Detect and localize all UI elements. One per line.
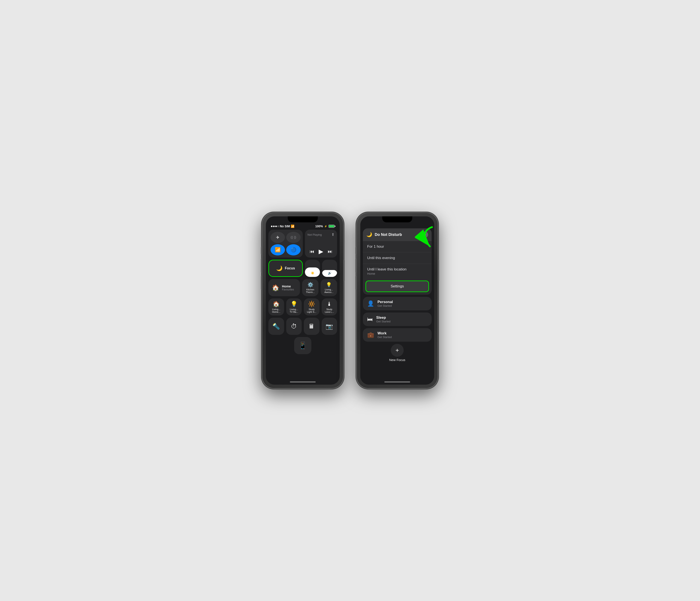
signal-dots <box>271 226 279 227</box>
living-label: Living...Aweso... <box>324 288 333 293</box>
power-button-2[interactable] <box>438 260 439 281</box>
bluetooth-button[interactable]: 🔵 <box>286 244 301 255</box>
dot-2 <box>273 226 275 227</box>
kitchen-therm-label: KitchenTherm... <box>306 288 315 293</box>
phone-1-screen: No SIM 📶 100% ⚡ ✈ ((·)) 📶 🔵 <box>266 216 340 385</box>
carrier-label: No SIM <box>280 225 290 228</box>
personal-text: Personal Get Started <box>377 300 393 307</box>
study-lava-label: StudyLava L... <box>325 308 334 313</box>
focus-button[interactable]: 🌙 Focus <box>268 260 303 277</box>
brightness-slider[interactable]: ☀️ <box>305 260 320 277</box>
dnd-moon-icon: 🌙 <box>366 232 372 237</box>
rewind-button[interactable]: ⏮ <box>310 249 314 254</box>
volume-up-button-2[interactable] <box>355 259 356 272</box>
status-left: No SIM 📶 <box>271 225 294 228</box>
sleep-text: Sleep Get Started <box>376 315 390 323</box>
fast-forward-button[interactable]: ⏭ <box>328 249 332 254</box>
battery-fill <box>329 225 334 227</box>
volume-down-button[interactable] <box>261 276 262 290</box>
living-tv-button[interactable]: 💡 Living...TV Ba... <box>286 298 302 315</box>
power-button[interactable] <box>344 260 345 281</box>
work-icon: 💼 <box>367 332 374 338</box>
volume-down-button-2[interactable] <box>355 276 356 290</box>
sleep-sub: Get Started <box>376 320 390 323</box>
volume-slider[interactable]: 🔊 <box>322 260 337 277</box>
sleep-focus-option[interactable]: 🛏 Sleep Get Started <box>363 313 432 326</box>
play-button[interactable]: ▶ <box>319 248 323 255</box>
home-sub-label: Favourites <box>282 288 294 291</box>
cc-accessories-row: 🏠 Living...Home... 💡 Living...TV Ba... 🔆… <box>268 298 337 315</box>
study-lava-button[interactable]: 🌡 StudyLava L... <box>322 298 338 315</box>
until-this-evening-label: Until this evening <box>367 256 395 260</box>
mute-button[interactable] <box>261 247 262 254</box>
until-leave-location-option[interactable]: Until I leave this location Home <box>363 264 432 279</box>
home-favorites-button[interactable]: 🏠 Home Favourites <box>268 279 300 296</box>
work-title: Work <box>377 331 392 336</box>
thermostat-icon: ⚙️ <box>307 282 313 288</box>
battery-icon <box>328 225 334 228</box>
slider-pair: ☀️ 🔊 <box>305 260 337 277</box>
settings-button[interactable]: Settings <box>366 281 429 292</box>
new-focus-button[interactable]: + New Focus <box>389 344 405 362</box>
camera-button[interactable]: 📷 <box>322 318 338 335</box>
cc-tools-row: 🔦 ⏱ 🖩 📷 <box>268 318 337 335</box>
phone-1: No SIM 📶 100% ⚡ ✈ ((·)) 📶 🔵 <box>262 212 344 389</box>
focus-options-list: 👤 Personal Get Started 🛏 Sleep Get Start… <box>363 297 432 342</box>
timer-button[interactable]: ⏱ <box>286 318 302 335</box>
volume-up-button[interactable] <box>261 259 262 272</box>
home-label: Home <box>282 284 294 288</box>
living-home-button[interactable]: 🏠 Living...Home... <box>268 298 284 315</box>
remote-button[interactable]: 📱 <box>294 337 311 354</box>
living-awesome-button[interactable]: 💡 Living...Aweso... <box>321 279 337 296</box>
battery-bolt-icon: ⚡ <box>324 225 327 228</box>
study-light-label: StudyLight S... <box>307 308 316 313</box>
study-light-icon: 🔆 <box>308 301 315 307</box>
dnd-title: Do Not Disturb <box>375 232 419 237</box>
sleep-icon: 🛏 <box>367 316 373 322</box>
study-lava-icon: 🌡 <box>327 301 332 307</box>
living-tv-label: Living...TV Ba... <box>290 308 298 313</box>
living-home-label: Living...Home... <box>272 308 280 313</box>
dot-1 <box>271 226 273 227</box>
now-playing-block: Not Playing ⬆ ⏮ ▶ ⏭ <box>305 230 337 258</box>
phone-2: 🌙 Do Not Disturb ··· For 1 hour Until th… <box>356 212 438 389</box>
for-1-hour-label: For 1 hour <box>367 244 384 249</box>
connectivity-block: ✈ ((·)) 📶 🔵 <box>268 230 303 258</box>
living-icon: 💡 <box>326 282 332 288</box>
kitchen-thermostat-button[interactable]: ⚙️ KitchenTherm... <box>302 279 319 296</box>
calculator-button[interactable]: 🖩 <box>304 318 320 335</box>
personal-icon: 👤 <box>367 300 374 307</box>
control-center-content: ✈ ((·)) 📶 🔵 Not Playing ⬆ ⏮ ▶ ⏭ <box>266 230 340 357</box>
airplay-icon[interactable]: ⬆ <box>331 232 334 237</box>
playback-controls: ⏮ ▶ ⏭ <box>307 248 334 255</box>
dot-4 <box>277 226 279 227</box>
settings-label: Settings <box>391 284 404 288</box>
notch-2 <box>382 216 412 223</box>
now-playing-title: Not Playing <box>307 233 322 236</box>
focus-moon-icon: 🌙 <box>276 265 282 271</box>
notch <box>288 216 318 223</box>
living-tv-icon: 💡 <box>291 301 297 307</box>
personal-focus-option[interactable]: 👤 Personal Get Started <box>363 297 432 310</box>
phone-2-screen: 🌙 Do Not Disturb ··· For 1 hour Until th… <box>360 216 434 385</box>
home-indicator-2 <box>384 382 410 383</box>
cellular-button[interactable]: ((·)) <box>286 232 301 243</box>
work-sub: Get Started <box>377 336 392 339</box>
until-leave-label: Until I leave this location <box>367 267 427 271</box>
work-focus-option[interactable]: 💼 Work Get Started <box>363 328 432 342</box>
new-focus-plus-icon: + <box>396 347 399 354</box>
mute-button-2[interactable] <box>355 247 356 254</box>
volume-icon: 🔊 <box>328 271 331 275</box>
work-text: Work Get Started <box>377 331 392 339</box>
wifi-button[interactable]: 📶 <box>271 244 285 255</box>
now-playing-header: Not Playing ⬆ <box>307 232 334 237</box>
airplane-mode-button[interactable]: ✈ <box>271 232 285 243</box>
new-focus-circle: + <box>391 344 404 357</box>
until-this-evening-option[interactable]: Until this evening <box>363 252 432 264</box>
living-home-icon: 🏠 <box>273 301 280 307</box>
arrow-svg <box>415 225 434 251</box>
personal-sub: Get Started <box>377 304 393 307</box>
cc-top-row: ✈ ((·)) 📶 🔵 Not Playing ⬆ ⏮ ▶ ⏭ <box>268 230 337 258</box>
study-light-button[interactable]: 🔆 StudyLight S... <box>304 298 320 315</box>
flashlight-button[interactable]: 🔦 <box>268 318 284 335</box>
